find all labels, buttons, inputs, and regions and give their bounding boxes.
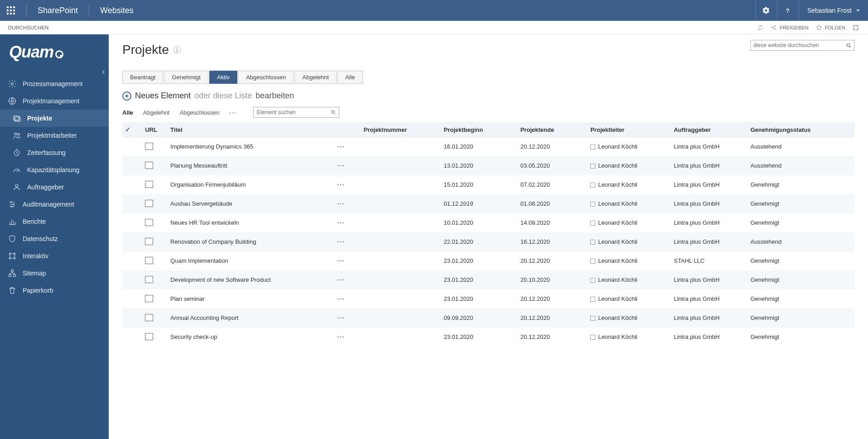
- share-button[interactable]: FREIGEBEN: [767, 24, 812, 31]
- table-row[interactable]: Ausbau Servergebäude···01.12.201901.08.2…: [122, 194, 854, 213]
- col-projektbeginn[interactable]: Projektbeginn: [441, 122, 517, 137]
- row-projektleiter[interactable]: Leonard Köchli: [588, 156, 671, 175]
- user-menu[interactable]: Sebastian Frost: [799, 0, 868, 21]
- follow-button[interactable]: FOLGEN: [812, 24, 849, 31]
- col-projektleiter[interactable]: Projektleiter: [588, 122, 671, 137]
- row-menu-icon[interactable]: ···: [337, 238, 344, 246]
- row-titel[interactable]: Organisation Firmenjubiläum: [168, 175, 334, 194]
- col-titel[interactable]: Titel: [168, 122, 334, 137]
- ribbon-tab-browse[interactable]: DURCHSUCHEN: [5, 25, 51, 30]
- row-url[interactable]: [142, 175, 168, 194]
- row-check[interactable]: [122, 156, 142, 175]
- site-logo[interactable]: Quam: [0, 34, 109, 66]
- row-check[interactable]: [122, 137, 142, 156]
- nav-papierkorb[interactable]: Papierkorb: [0, 282, 109, 299]
- row-titel[interactable]: Neues HR Tool entwickeln: [168, 213, 334, 232]
- filter-alle[interactable]: Alle: [338, 71, 363, 84]
- row-check[interactable]: [122, 251, 142, 270]
- edit-list-link[interactable]: bearbeiten: [256, 91, 294, 101]
- filter-abgeschlossen[interactable]: Abgeschlossen: [238, 71, 294, 84]
- row-titel[interactable]: Ausbau Servergebäude: [168, 194, 334, 213]
- nav-prozessmanagement[interactable]: Prozessmanagement: [0, 75, 109, 92]
- row-menu-icon[interactable]: ···: [337, 200, 344, 207]
- row-url[interactable]: [142, 213, 168, 232]
- fullscreen-button[interactable]: [849, 24, 863, 31]
- row-projektleiter[interactable]: Leonard Köchli: [588, 194, 671, 213]
- row-menu-icon[interactable]: ···: [337, 143, 344, 150]
- row-projektleiter[interactable]: Leonard Köchli: [588, 213, 671, 232]
- row-titel[interactable]: Implementierung Dynamics 365: [168, 137, 334, 156]
- col-genehmigungsstatus[interactable]: Genehmigungsstatus: [747, 122, 854, 137]
- search-icon[interactable]: [843, 43, 854, 48]
- table-row[interactable]: Annual Accounting Report···09.09.202020.…: [122, 309, 854, 328]
- site-search-input[interactable]: [751, 42, 843, 48]
- row-titel[interactable]: Renovation of Company Building: [168, 232, 334, 251]
- row-projektleiter[interactable]: Leonard Köchli: [588, 328, 671, 347]
- table-row[interactable]: Neues HR Tool entwickeln···10.01.202014.…: [122, 213, 854, 232]
- col-check[interactable]: ✓: [122, 122, 142, 137]
- row-url[interactable]: [142, 251, 168, 270]
- brand-websites[interactable]: Websites: [94, 6, 140, 15]
- nav-berichte[interactable]: Berichte: [0, 213, 109, 230]
- row-url[interactable]: [142, 328, 168, 347]
- item-search-input[interactable]: [254, 109, 328, 116]
- row-url[interactable]: [142, 232, 168, 251]
- nav-projektmanagement[interactable]: Projektmanagement: [0, 92, 109, 110]
- filter-abgelehnt[interactable]: Abgelehnt: [294, 71, 337, 84]
- row-projektleiter[interactable]: Leonard Köchli: [588, 137, 671, 156]
- col-projektnummer[interactable]: Projektnummer: [361, 122, 441, 137]
- row-projektleiter[interactable]: Leonard Köchli: [588, 270, 671, 289]
- nav-projekte[interactable]: Projekte: [0, 110, 109, 127]
- nav-sitemap[interactable]: Sitemap: [0, 265, 109, 282]
- row-check[interactable]: [122, 309, 142, 328]
- settings-button[interactable]: [755, 0, 777, 21]
- table-row[interactable]: Implementierung Dynamics 365···16.01.202…: [122, 137, 854, 156]
- row-menu-icon[interactable]: ···: [337, 314, 344, 322]
- row-url[interactable]: [142, 289, 168, 309]
- table-row[interactable]: Renovation of Company Building···22.01.2…: [122, 232, 854, 251]
- row-menu-icon[interactable]: ···: [337, 276, 344, 284]
- row-menu-icon[interactable]: ···: [337, 333, 344, 341]
- row-url[interactable]: [142, 194, 168, 213]
- row-check[interactable]: [122, 194, 142, 213]
- row-check[interactable]: [122, 175, 142, 194]
- row-url[interactable]: [142, 270, 168, 289]
- row-menu-icon[interactable]: ···: [337, 162, 344, 169]
- more-views-icon[interactable]: ···: [230, 109, 237, 116]
- row-url[interactable]: [142, 156, 168, 175]
- nav-zeiterfassung[interactable]: Zeiterfassung: [0, 144, 109, 161]
- row-check[interactable]: [122, 232, 142, 251]
- nav-projektmitarbeiter[interactable]: Projektmitarbeiter: [0, 127, 109, 144]
- row-titel[interactable]: Development of new Software Product: [168, 270, 334, 289]
- row-titel[interactable]: Quam Implementation: [168, 251, 334, 270]
- table-row[interactable]: Security check-up···23.01.202020.12.2020…: [122, 328, 854, 347]
- row-titel[interactable]: Planung Messeauftritt: [168, 156, 334, 175]
- row-projektleiter[interactable]: Leonard Köchli: [588, 309, 671, 328]
- table-row[interactable]: Planung Messeauftritt···13.01.202003.05.…: [122, 156, 854, 175]
- col-url[interactable]: URL: [142, 122, 168, 137]
- row-menu-icon[interactable]: ···: [337, 219, 344, 227]
- row-titel[interactable]: Annual Accounting Report: [168, 309, 334, 328]
- help-button[interactable]: ?: [777, 0, 799, 21]
- row-titel[interactable]: Security check-up: [168, 328, 334, 347]
- filter-genehmigt[interactable]: Genehmigt: [164, 71, 208, 84]
- row-projektleiter[interactable]: Leonard Köchli: [588, 232, 671, 251]
- add-icon[interactable]: +: [122, 92, 131, 101]
- row-url[interactable]: [142, 309, 168, 328]
- view-abgeschlossen[interactable]: Abgeschlossen: [179, 109, 219, 116]
- view-abgelehnt[interactable]: Abgelehnt: [143, 109, 170, 116]
- row-url[interactable]: [142, 137, 168, 156]
- row-menu-icon[interactable]: ···: [337, 181, 344, 188]
- row-menu-icon[interactable]: ···: [337, 257, 344, 265]
- nav-auftraggeber[interactable]: Auftraggeber: [0, 178, 109, 196]
- collapse-sidebar-icon[interactable]: ‹: [102, 66, 105, 77]
- search-icon[interactable]: [328, 110, 339, 115]
- row-check[interactable]: [122, 328, 142, 347]
- row-check[interactable]: [122, 213, 142, 232]
- sync-button[interactable]: [753, 24, 767, 31]
- row-check[interactable]: [122, 289, 142, 309]
- nav-datenschutz[interactable]: Datenschutz: [0, 230, 109, 247]
- table-row[interactable]: Organisation Firmenjubiläum···15.01.2020…: [122, 175, 854, 194]
- filter-aktiv[interactable]: Aktiv: [209, 71, 237, 84]
- row-projektleiter[interactable]: Leonard Köchli: [588, 251, 671, 270]
